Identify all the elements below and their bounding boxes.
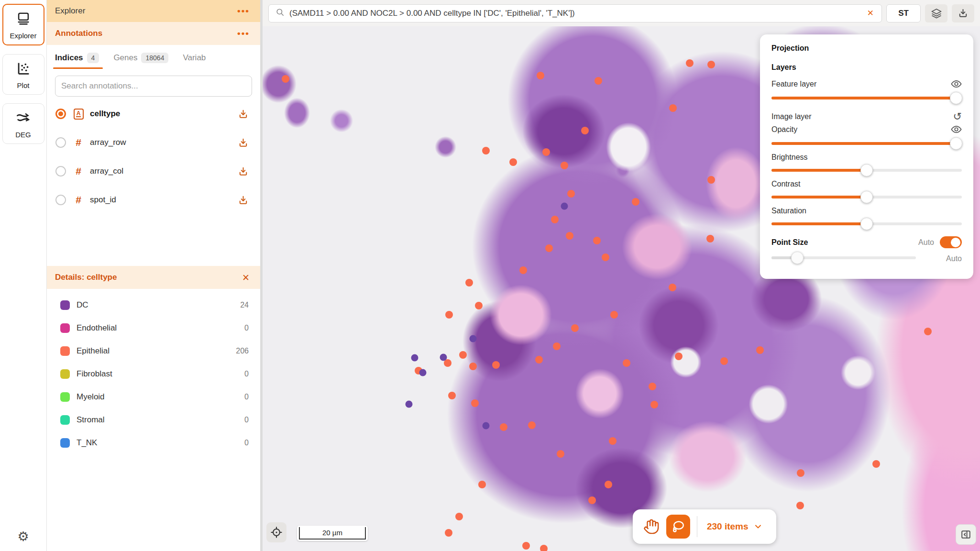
download-icon[interactable] bbox=[238, 195, 249, 206]
spot-epithelial[interactable] bbox=[707, 61, 715, 68]
spot-epithelial[interactable] bbox=[445, 311, 453, 319]
radio-unselected[interactable] bbox=[55, 137, 66, 148]
point-size-auto-toggle[interactable] bbox=[940, 236, 962, 248]
spot-epithelial[interactable] bbox=[609, 437, 617, 445]
spot-epithelial[interactable] bbox=[448, 392, 456, 399]
spot-epithelial[interactable] bbox=[796, 502, 804, 509]
spot-dc[interactable] bbox=[482, 422, 489, 429]
annotation-search-input[interactable] bbox=[61, 81, 246, 91]
slider-thumb[interactable] bbox=[860, 191, 873, 203]
spot-dc[interactable] bbox=[469, 335, 476, 342]
spot-epithelial[interactable] bbox=[561, 162, 568, 169]
recenter-button[interactable] bbox=[266, 522, 286, 542]
feature-layer-slider[interactable] bbox=[771, 91, 962, 105]
lasso-tool-button[interactable] bbox=[666, 515, 690, 539]
spot-epithelial[interactable] bbox=[500, 423, 507, 431]
spot-epithelial[interactable] bbox=[509, 158, 517, 166]
spot-epithelial[interactable] bbox=[469, 363, 477, 370]
annotations-menu-icon[interactable]: ••• bbox=[237, 31, 250, 36]
spot-epithelial[interactable] bbox=[610, 311, 618, 319]
spot-epithelial[interactable] bbox=[605, 481, 612, 488]
viewer-canvas[interactable]: (SAMD11 > 0.00 AND NOC2L > 0.00 AND cell… bbox=[263, 0, 980, 551]
spot-epithelial[interactable] bbox=[459, 351, 467, 359]
slider-thumb[interactable] bbox=[860, 218, 873, 230]
pan-tool-button[interactable] bbox=[643, 518, 660, 535]
spot-epithelial[interactable] bbox=[706, 235, 714, 242]
download-icon[interactable] bbox=[238, 109, 249, 120]
download-icon[interactable] bbox=[238, 166, 249, 177]
spot-epithelial[interactable] bbox=[537, 72, 544, 79]
legend-row-t-nk[interactable]: T_NK 0 bbox=[47, 431, 260, 454]
spot-epithelial[interactable] bbox=[519, 266, 527, 274]
eye-icon[interactable] bbox=[951, 124, 962, 135]
spot-epithelial[interactable] bbox=[553, 342, 561, 350]
legend-row-fibroblast[interactable]: Fibroblast 0 bbox=[47, 363, 260, 386]
spot-epithelial[interactable] bbox=[632, 198, 639, 206]
annotation-item-array-row[interactable]: # array_row bbox=[47, 128, 260, 157]
spot-epithelial[interactable] bbox=[707, 176, 715, 184]
query-text[interactable]: (SAMD11 > 0.00 AND NOC2L > 0.00 AND cell… bbox=[289, 9, 861, 18]
download-view-button[interactable] bbox=[952, 4, 974, 22]
opacity-slider[interactable] bbox=[771, 137, 962, 150]
legend-row-dc[interactable]: DC 24 bbox=[47, 294, 260, 317]
spot-epithelial[interactable] bbox=[595, 77, 602, 85]
spot-epithelial[interactable] bbox=[551, 216, 559, 223]
tab-variables[interactable]: Variab bbox=[183, 53, 206, 68]
spot-epithelial[interactable] bbox=[581, 127, 589, 134]
st-mode-button[interactable]: ST bbox=[886, 4, 921, 22]
spot-epithelial[interactable] bbox=[571, 324, 579, 332]
rail-item-explorer[interactable]: Explorer bbox=[2, 4, 44, 45]
spot-epithelial[interactable] bbox=[756, 346, 764, 354]
spot-epithelial[interactable] bbox=[492, 361, 500, 369]
spot-epithelial[interactable] bbox=[593, 237, 601, 244]
legend-row-stromal[interactable]: Stromal 0 bbox=[47, 408, 260, 431]
spot-epithelial[interactable] bbox=[567, 190, 575, 198]
collapse-panel-button[interactable] bbox=[956, 524, 976, 545]
spot-dc[interactable] bbox=[440, 354, 447, 361]
spot-epithelial[interactable] bbox=[471, 399, 479, 407]
close-icon[interactable]: ✕ bbox=[242, 272, 250, 283]
explorer-menu-icon[interactable]: ••• bbox=[237, 9, 250, 13]
spot-epithelial[interactable] bbox=[282, 75, 289, 83]
spot-epithelial[interactable] bbox=[602, 253, 609, 261]
brightness-slider[interactable] bbox=[771, 164, 962, 177]
contrast-slider[interactable] bbox=[771, 190, 962, 204]
spot-epithelial[interactable] bbox=[669, 104, 677, 112]
point-size-slider[interactable] bbox=[771, 251, 916, 264]
radio-selected[interactable] bbox=[55, 109, 66, 119]
slider-thumb[interactable] bbox=[860, 164, 873, 176]
spot-epithelial[interactable] bbox=[797, 469, 804, 477]
spot-epithelial[interactable] bbox=[675, 353, 683, 360]
spot-epithelial[interactable] bbox=[649, 383, 656, 390]
spot-epithelial[interactable] bbox=[522, 542, 530, 550]
annotation-item-array-col[interactable]: # array_col bbox=[47, 157, 260, 186]
spot-epithelial[interactable] bbox=[650, 401, 658, 408]
spot-epithelial[interactable] bbox=[465, 279, 473, 287]
items-count-dropdown[interactable]: 230 items bbox=[704, 521, 766, 532]
spot-epithelial[interactable] bbox=[623, 359, 630, 367]
reset-icon[interactable]: ↺ bbox=[953, 111, 962, 122]
spot-epithelial[interactable] bbox=[566, 232, 573, 240]
legend-row-endothelial[interactable]: Endothelial 0 bbox=[47, 317, 260, 340]
spot-epithelial[interactable] bbox=[545, 244, 553, 252]
spot-epithelial[interactable] bbox=[535, 356, 543, 364]
radio-unselected[interactable] bbox=[55, 195, 66, 205]
clear-query-icon[interactable]: ✕ bbox=[866, 8, 875, 18]
spot-dc[interactable] bbox=[411, 354, 418, 362]
spot-epithelial[interactable] bbox=[445, 529, 452, 537]
settings-gear-icon[interactable]: ⚙ bbox=[0, 529, 46, 544]
spot-epithelial[interactable] bbox=[542, 148, 550, 156]
annotation-item-spot-id[interactable]: # spot_id bbox=[47, 186, 260, 214]
download-icon[interactable] bbox=[238, 137, 249, 148]
layers-button[interactable] bbox=[925, 4, 947, 22]
spot-epithelial[interactable] bbox=[872, 460, 880, 468]
annotation-item-celltype[interactable]: A celltype bbox=[47, 99, 260, 128]
tab-indices[interactable]: Indices 4 bbox=[55, 53, 99, 69]
legend-row-myeloid[interactable]: Myeloid 0 bbox=[47, 386, 260, 408]
spot-epithelial[interactable] bbox=[540, 545, 548, 551]
spot-dc[interactable] bbox=[419, 369, 426, 376]
eye-icon[interactable] bbox=[951, 78, 962, 89]
slider-thumb[interactable] bbox=[791, 252, 804, 264]
tab-genes[interactable]: Genes 18064 bbox=[113, 53, 168, 69]
spot-epithelial[interactable] bbox=[669, 284, 676, 291]
